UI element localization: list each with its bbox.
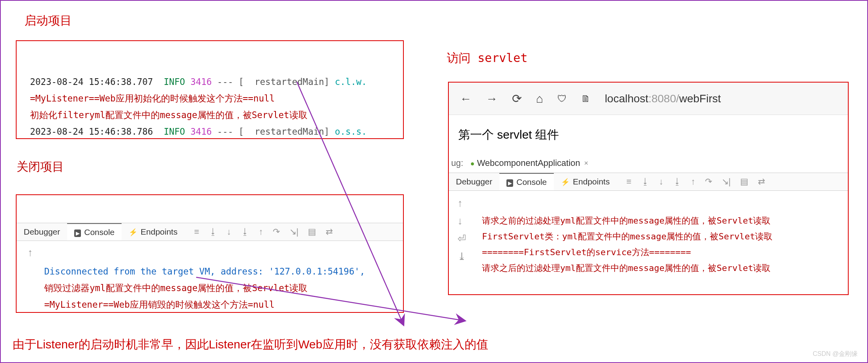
- log-timestamp: 2023-08-24 15:46:38.786: [30, 126, 158, 137]
- step-down-icon[interactable]: ↓: [457, 215, 466, 227]
- page-title: 第一个 servlet 组件: [458, 127, 559, 143]
- title-close-project: 关闭项目: [17, 159, 64, 175]
- log-post-filter: 请求之后的过滤处理yml配置文件中的message属性的值，被Servlet读取: [482, 263, 771, 273]
- console-gutter-visit: ↑ ↓ ⏎ ⤓: [457, 197, 466, 263]
- refresh-icon[interactable]: ⟳: [512, 92, 522, 105]
- footnote-explanation: 由于Listener的启动时机非常早，因此Listener在监听到Web应用时，…: [13, 337, 488, 353]
- wrap-icon[interactable]: ⏎: [457, 233, 466, 245]
- panel-close-log: Debugger Console Endpoints ≡ ⭳ ↓ ⭳ ↑ ↷ ↘…: [16, 194, 404, 313]
- tab-debugger[interactable]: Debugger: [449, 173, 499, 190]
- back-icon[interactable]: ←: [460, 92, 472, 105]
- url-bar[interactable]: localhost:8080/webFirst: [605, 92, 721, 105]
- panel-start-log: 2023-08-24 15:46:38.707 INFO 3416 --- [ …: [16, 40, 404, 139]
- endpoints-icon: [561, 177, 570, 186]
- console-gutter-close: ↑: [28, 246, 33, 259]
- tool-icon[interactable]: ⭳: [241, 227, 249, 237]
- log-listener-destroy: =MyListener==Web应用销毁的时候触发这个方法=null: [44, 299, 274, 310]
- tab-debugger[interactable]: Debugger: [17, 223, 67, 241]
- browser-toolbar: ← → ⟳ ⌂ 🛡 🗎 localhost:8080/webFirst: [449, 83, 848, 115]
- tool-icon[interactable]: ↑: [691, 177, 696, 187]
- tool-icon[interactable]: ↓: [659, 177, 664, 187]
- tool-icon[interactable]: ⭳: [641, 177, 650, 187]
- log-listener-init: =MyListener==Web应用初始化的时候触发这个方法==null: [30, 93, 275, 103]
- title-visit-servlet: 访问 servlet: [447, 50, 528, 66]
- tab-console[interactable]: Console: [499, 173, 554, 190]
- tool-icon[interactable]: ≡: [626, 177, 632, 187]
- title-start-project: 启动项目: [24, 13, 72, 29]
- console-icon: [74, 228, 81, 237]
- debug-header-prefix: ug:: [451, 158, 463, 168]
- shield-icon[interactable]: 🛡: [557, 93, 567, 104]
- tool-icon[interactable]: ▤: [308, 227, 316, 237]
- console-toolbar: ≡ ⭳ ↓ ⭳ ↑ ↷ ↘| ▤ ⇄: [626, 177, 765, 187]
- home-icon[interactable]: ⌂: [536, 92, 543, 105]
- log-thread: --- [ restartedMain]: [212, 126, 335, 137]
- tab-endpoints[interactable]: Endpoints: [554, 173, 617, 190]
- scroll-end-icon[interactable]: ⤓: [457, 250, 466, 263]
- log-pid: 3416: [190, 77, 212, 87]
- tool-icon[interactable]: ⭳: [673, 177, 682, 187]
- watermark: CSDN @金刚缘: [813, 350, 858, 358]
- tool-icon[interactable]: ↘|: [289, 227, 299, 237]
- console-toolbar: ≡ ⭳ ↓ ⭳ ↑ ↷ ↘| ▤ ⇄: [194, 227, 333, 237]
- log-level-info: INFO: [158, 126, 190, 137]
- forward-icon[interactable]: →: [486, 92, 498, 105]
- tool-icon[interactable]: ↑: [259, 227, 263, 237]
- panel-visit-servlet: ← → ⟳ ⌂ 🛡 🗎 localhost:8080/webFirst 第一个 …: [448, 82, 849, 295]
- tool-icon[interactable]: ↷: [705, 177, 712, 187]
- app-name: WebcomponentApplication: [477, 158, 580, 168]
- tool-icon[interactable]: ≡: [194, 227, 199, 237]
- tool-icon[interactable]: ▤: [740, 177, 748, 187]
- log-level-info: INFO: [158, 77, 190, 87]
- visit-log-content: 请求之前的过滤处理yml配置文件中的message属性的值，被Servlet读取…: [482, 197, 772, 292]
- diagram-root: 启动项目 关闭项目 访问 servlet 2023-08-24 15:46:38…: [0, 0, 868, 363]
- tool-icon[interactable]: ↘|: [722, 177, 731, 187]
- page-icon: 🗎: [581, 93, 591, 104]
- log-pre-filter: 请求之前的过滤处理yml配置文件中的message属性的值，被Servlet读取: [482, 216, 771, 226]
- tool-icon[interactable]: ⭳: [209, 227, 217, 237]
- tool-icon[interactable]: ↷: [273, 227, 280, 237]
- endpoints-icon: [129, 227, 137, 237]
- tool-icon[interactable]: ⇄: [758, 177, 765, 187]
- tool-icon[interactable]: ↓: [227, 227, 231, 237]
- log-filter-init: 初始化filteryml配置文件中的message属性的值，被Servlet读取: [30, 110, 307, 120]
- log-thread: --- [ restartedMain]: [212, 77, 335, 87]
- close-log-content: Disconnected from the target VM, address…: [44, 246, 365, 329]
- log-servlet-class: FirstServlet类：yml配置文件中的message属性的值，被Serv…: [482, 231, 772, 241]
- step-up-icon[interactable]: ↑: [28, 246, 33, 259]
- log-class: o.s.s.: [335, 126, 367, 137]
- debug-run-header: ug: WebcomponentApplication ×: [449, 154, 848, 173]
- log-disconnect: Disconnected from the target VM, address…: [44, 266, 365, 276]
- log-service-method: ========FirstServlet的service方法========: [482, 247, 691, 257]
- debugger-tabs-visit: Debugger Console Endpoints ≡ ⭳ ↓ ⭳ ↑ ↷ ↘…: [449, 173, 848, 191]
- tab-endpoints[interactable]: Endpoints: [122, 223, 184, 241]
- start-log-content: 2023-08-24 15:46:38.707 INFO 3416 --- [ …: [30, 57, 390, 156]
- close-tab-icon[interactable]: ×: [584, 159, 589, 167]
- tab-console[interactable]: Console: [67, 223, 122, 241]
- log-filter-destroy: 销毁过滤器yml配置文件中的message属性的值，被Servlet读取: [44, 283, 307, 293]
- tool-icon[interactable]: ⇄: [326, 227, 333, 237]
- app-run-icon: [471, 158, 477, 168]
- debugger-tabs-close: Debugger Console Endpoints ≡ ⭳ ↓ ⭳ ↑ ↷ ↘…: [17, 223, 403, 241]
- console-icon: [506, 177, 513, 187]
- step-up-icon[interactable]: ↑: [457, 197, 466, 209]
- log-class: c.l.w.: [335, 77, 367, 87]
- log-timestamp: 2023-08-24 15:46:38.707: [30, 77, 158, 87]
- log-pid: 3416: [190, 126, 212, 137]
